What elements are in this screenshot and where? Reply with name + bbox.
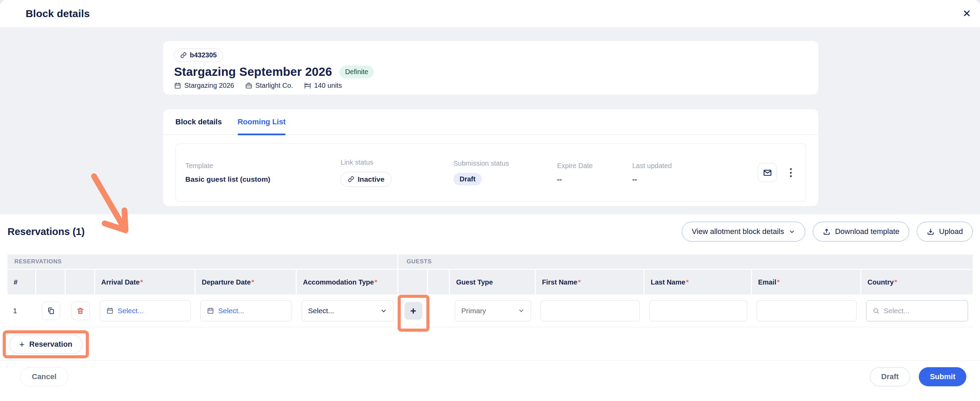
link-icon <box>180 52 187 59</box>
chevron-down-icon <box>789 228 795 235</box>
template-header: Template <box>185 162 340 170</box>
delete-row-button[interactable] <box>71 301 89 320</box>
template-name: Basic guest list (custom) <box>185 175 340 184</box>
submit-button[interactable]: Submit <box>919 367 966 386</box>
add-guest-button[interactable]: + <box>404 302 422 320</box>
upload-button[interactable]: Upload <box>917 222 973 241</box>
meta-units: 140 units <box>304 82 342 89</box>
row-index: 1 <box>8 295 36 327</box>
last-updated-value: -- <box>632 175 714 184</box>
template-cell: Template Basic guest list (custom) <box>185 162 340 184</box>
col-header-last-name: Last Name* <box>644 270 752 295</box>
block-code-badge[interactable]: b432305 <box>174 49 223 62</box>
download-template-button[interactable]: Download template <box>813 222 909 241</box>
block-code: b432305 <box>190 51 217 59</box>
page-title: Block details <box>25 8 90 19</box>
block-details-modal: Block details ✕ b432305 Stargazing Septe… <box>0 0 980 401</box>
first-name-input[interactable] <box>541 300 640 322</box>
calendar-icon <box>207 307 214 314</box>
close-icon[interactable]: ✕ <box>963 8 971 19</box>
departure-date-placeholder: Select... <box>218 307 244 315</box>
col-header-guest-type: Guest Type <box>450 270 536 295</box>
col-header-index: # <box>8 270 36 295</box>
expire-date-value: -- <box>557 175 632 184</box>
last-updated-header: Last updated <box>632 162 714 170</box>
submission-status-header: Submission status <box>453 160 557 167</box>
country-select[interactable]: Select... <box>866 300 968 322</box>
last-name-input[interactable] <box>649 300 747 322</box>
expire-date-cell: Expire Date -- <box>557 162 632 184</box>
col-header-accommodation-type: Accommodation Type* <box>297 270 398 295</box>
email-input[interactable] <box>757 300 857 322</box>
upload-icon <box>927 228 934 236</box>
reservations-actions: View allotment block details Download te… <box>682 222 973 241</box>
link-status-header: Link status <box>340 158 453 166</box>
reservations-table: RESERVATIONS GUESTS # Arrival Date* Depa… <box>8 254 973 327</box>
view-allotment-details-button[interactable]: View allotment block details <box>682 222 805 241</box>
table-row: 1 <box>8 295 973 327</box>
footer: Cancel Draft Submit <box>20 367 966 386</box>
copy-icon <box>47 307 55 315</box>
link-status-cell: Link status Inactive <box>340 158 453 187</box>
meta-event: Stargazing 2026 <box>174 82 234 89</box>
chevron-down-icon <box>518 307 525 314</box>
trash-icon <box>76 307 84 315</box>
plus-icon: + <box>19 339 24 350</box>
add-reservation-highlight: + Reservation <box>3 330 89 358</box>
arrival-date-field[interactable]: Select... <box>100 300 191 322</box>
draft-button[interactable]: Draft <box>870 367 910 386</box>
block-summary-card: b432305 Stargazing September 2026 Defini… <box>163 41 818 95</box>
tab-bar: Block details Rooming List <box>163 109 818 135</box>
cancel-button[interactable]: Cancel <box>20 367 68 386</box>
units-icon <box>304 82 311 89</box>
meta-units-label: 140 units <box>314 82 342 89</box>
submission-status-badge: Draft <box>453 173 482 185</box>
arrival-date-placeholder: Select... <box>118 307 144 315</box>
spacer-cell <box>428 295 450 327</box>
modal-header: Block details ✕ <box>0 0 980 27</box>
guest-type-select[interactable]: Primary <box>455 300 531 322</box>
add-reservation-button[interactable]: + Reservation <box>9 335 82 354</box>
meta-company: Starlight Co. <box>245 82 293 89</box>
link-status-pill[interactable]: Inactive <box>340 172 391 187</box>
accommodation-type-select[interactable]: Select... <box>302 300 394 322</box>
col-header-arrival-date: Arrival Date* <box>95 270 196 295</box>
kebab-menu-icon[interactable]: ⋮ <box>786 167 796 178</box>
calendar-icon <box>107 307 113 314</box>
view-allotment-details-label: View allotment block details <box>692 227 784 236</box>
briefcase-icon <box>245 82 252 89</box>
last-updated-cell: Last updated -- <box>632 162 714 184</box>
col-header-email: Email* <box>752 270 861 295</box>
calendar-icon <box>174 82 181 89</box>
col-header-spacer <box>428 270 450 295</box>
link-icon <box>348 176 354 182</box>
link-status-value: Inactive <box>358 175 384 184</box>
reservations-heading: Reservations (1) <box>8 226 85 238</box>
rooming-list-template-row: Template Basic guest list (custom) Link … <box>175 143 806 201</box>
table-header-row: # Arrival Date* Departure Date* Accommod… <box>8 270 973 295</box>
envelope-icon <box>763 168 772 177</box>
col-header-first-name: First Name* <box>536 270 644 295</box>
modal-body: b432305 Stargazing September 2026 Defini… <box>0 27 980 214</box>
email-button[interactable] <box>758 163 777 182</box>
duplicate-row-button[interactable] <box>42 301 60 320</box>
group-header-reservations: RESERVATIONS <box>8 254 397 269</box>
tab-block-details[interactable]: Block details <box>175 109 222 135</box>
chevron-down-icon <box>380 307 387 314</box>
col-header-copy <box>36 270 66 295</box>
col-header-country: Country* <box>861 270 973 295</box>
add-reservation-label: Reservation <box>29 340 73 349</box>
download-template-icon <box>823 228 830 236</box>
accommodation-type-placeholder: Select... <box>308 307 334 315</box>
upload-label: Upload <box>939 227 963 236</box>
col-header-departure-date: Departure Date* <box>196 270 297 295</box>
group-header-guests: GUESTS <box>398 254 973 269</box>
departure-date-field[interactable]: Select... <box>200 300 292 322</box>
expire-date-header: Expire Date <box>557 162 632 170</box>
tab-rooming-list[interactable]: Rooming List <box>238 109 286 135</box>
guest-type-value: Primary <box>461 307 486 315</box>
block-meta: Stargazing 2026 Starlight Co. 140 units <box>174 82 807 89</box>
meta-event-label: Stargazing 2026 <box>184 82 234 89</box>
block-title: Stargazing September 2026 <box>174 65 332 79</box>
col-header-add-guest <box>398 270 428 295</box>
